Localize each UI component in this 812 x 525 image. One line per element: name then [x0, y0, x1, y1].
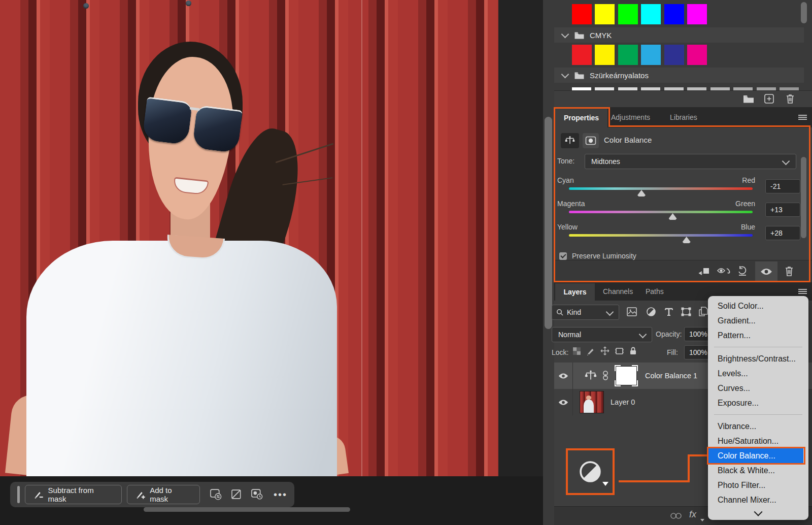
clip-to-layer-icon[interactable] — [698, 267, 710, 276]
yellow-blue-value[interactable]: +28 — [765, 226, 800, 240]
horizontal-scrollbar[interactable] — [144, 507, 350, 512]
layer-visibility-toggle[interactable] — [554, 363, 573, 389]
filter-type-layers-icon[interactable] — [664, 307, 674, 317]
swatch[interactable] — [572, 45, 592, 65]
delete-swatch-icon[interactable] — [785, 93, 795, 105]
lock-all-icon[interactable] — [629, 346, 637, 355]
swatch-row-cmyk — [572, 45, 707, 67]
swatch[interactable] — [687, 4, 707, 24]
layer-image-thumbnail[interactable] — [580, 391, 603, 413]
menu-item-photo-filter[interactable]: Photo Filter... — [708, 478, 808, 493]
swatch[interactable] — [618, 4, 638, 24]
taskbar-more-icon[interactable]: ••• — [274, 489, 287, 501]
swatch[interactable] — [641, 4, 661, 24]
menu-item-color-balance[interactable]: Color Balance... — [708, 448, 803, 463]
swatch-group-label: Szürkeárnyalatos — [590, 71, 649, 80]
chevron-down-icon — [639, 331, 647, 339]
menu-item-curves[interactable]: Curves... — [708, 381, 808, 396]
filter-shape-layers-icon[interactable] — [681, 307, 692, 317]
tone-select[interactable]: Midtones — [585, 154, 796, 169]
slider-right-label: Blue — [557, 223, 755, 231]
disable-mask-icon[interactable] — [230, 488, 243, 501]
magenta-green-thumb[interactable] — [669, 213, 677, 220]
brush-minus-icon — [33, 490, 44, 499]
swatch[interactable] — [618, 45, 638, 65]
swatches-scrollbar[interactable] — [801, 2, 807, 23]
swatch-group-cmyk[interactable]: CMYK — [554, 27, 804, 43]
adjust-properties-icon[interactable] — [209, 488, 222, 501]
menu-item-exposure[interactable]: Exposure... — [708, 396, 808, 410]
swatch[interactable] — [595, 45, 615, 65]
swatch[interactable] — [641, 45, 661, 65]
taskbar-drag-handle[interactable] — [17, 486, 20, 503]
menu-item-brightness-contrast[interactable]: Brightness/Contrast... — [708, 351, 808, 366]
menu-item-channel-mixer[interactable]: Channel Mixer... — [708, 493, 808, 507]
fill-label: Fill: — [667, 348, 678, 356]
lock-artboard-icon[interactable] — [615, 347, 624, 355]
menu-item-solid-color[interactable]: Solid Color... — [708, 299, 808, 313]
wall-seam — [361, 0, 362, 476]
new-swatch-icon[interactable] — [764, 93, 774, 104]
vertical-scrollbar[interactable] — [545, 117, 552, 329]
mask-properties-icon[interactable] — [583, 133, 599, 148]
preserve-luminosity-checkbox[interactable] — [559, 252, 567, 260]
tab-layers[interactable]: Layers — [555, 283, 595, 301]
tab-channels[interactable]: Channels — [603, 282, 633, 301]
tab-properties[interactable]: Properties — [555, 108, 607, 127]
tab-libraries[interactable]: Libraries — [670, 107, 697, 127]
lock-label: Lock: — [552, 348, 568, 356]
filter-pixel-layers-icon[interactable] — [626, 307, 637, 317]
annotation-connector — [619, 480, 690, 482]
view-previous-state-icon[interactable] — [717, 266, 732, 277]
yellow-blue-thumb[interactable] — [683, 237, 691, 243]
chevron-down-icon — [782, 157, 790, 166]
reset-icon[interactable] — [737, 265, 749, 277]
menu-item-vibrance[interactable]: Vibrance... — [708, 419, 808, 434]
swatch[interactable] — [595, 4, 615, 24]
menu-item-gradient[interactable]: Gradient... — [708, 313, 808, 328]
cyan-red-value[interactable]: -21 — [765, 179, 800, 193]
lock-pixels-icon[interactable] — [586, 347, 595, 355]
layer-style-fx-button[interactable]: fx — [689, 509, 696, 520]
canvas-image — [0, 0, 498, 476]
swatch[interactable] — [664, 4, 684, 24]
layer-mask-thumbnail[interactable] — [615, 365, 638, 386]
menu-item-pattern[interactable]: Pattern... — [708, 328, 808, 343]
swatch[interactable] — [664, 45, 684, 65]
subtract-from-mask-button[interactable]: Subtract from mask — [25, 485, 122, 504]
cyan-red-thumb[interactable] — [637, 190, 646, 196]
menu-item-levels[interactable]: Levels... — [708, 366, 808, 381]
search-icon — [556, 309, 563, 316]
swatch[interactable] — [572, 4, 592, 24]
menu-item-black-white[interactable]: Black & White... — [708, 463, 808, 478]
tab-adjustments[interactable]: Adjustments — [611, 107, 650, 127]
link-layers-icon[interactable] — [670, 512, 682, 519]
new-adjustment-layer-button[interactable] — [575, 456, 605, 487]
new-group-icon[interactable] — [742, 94, 755, 104]
properties-title: Color Balance — [604, 136, 652, 144]
properties-panel-menu-icon[interactable] — [798, 115, 807, 120]
mask-options-icon[interactable] — [250, 488, 263, 501]
lock-position-icon[interactable] — [600, 346, 610, 355]
layers-panel-menu-icon[interactable] — [798, 289, 807, 294]
delete-adjustment-icon[interactable] — [784, 265, 794, 277]
menu-item-hue-saturation[interactable]: Hue/Saturation... — [708, 434, 808, 448]
filter-smart-objects-icon[interactable] — [698, 306, 708, 317]
swatch[interactable] — [687, 45, 707, 65]
layer-visibility-toggle[interactable] — [554, 389, 573, 415]
magenta-green-value[interactable]: +13 — [765, 203, 800, 217]
swatch-group-grayscale[interactable]: Szürkeárnyalatos — [554, 68, 804, 83]
visibility-toggle[interactable] — [755, 261, 777, 282]
chevron-down-icon — [754, 508, 763, 516]
menu-scroll-more[interactable] — [708, 507, 808, 519]
blend-mode-select[interactable]: Normal — [552, 327, 652, 342]
lock-transparency-icon[interactable] — [572, 347, 581, 355]
properties-scrollbar[interactable] — [801, 157, 806, 238]
eye-icon — [558, 372, 569, 380]
filter-adjustment-layers-icon[interactable] — [646, 307, 656, 317]
layer-filter-select[interactable]: Kind — [552, 305, 619, 320]
mask-link-icon[interactable] — [602, 370, 608, 381]
add-to-mask-button[interactable]: Add to mask — [127, 485, 200, 504]
menu-divider — [714, 347, 802, 347]
tab-paths[interactable]: Paths — [646, 282, 664, 301]
